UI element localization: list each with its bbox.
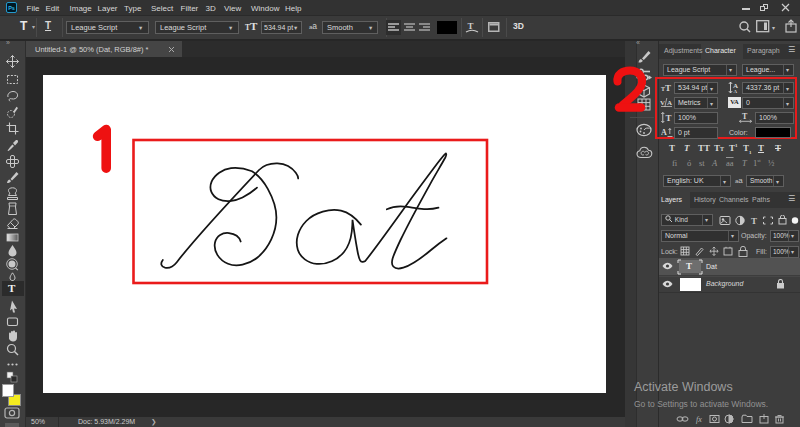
svg-text:A: A (667, 99, 672, 107)
svg-text:fx: fx (696, 415, 702, 424)
svg-text:T: T (742, 112, 748, 121)
svg-text:A: A (734, 89, 738, 93)
svg-text:T: T (468, 21, 474, 31)
svg-text:T: T (751, 216, 757, 226)
svg-text:T: T (666, 113, 672, 123)
svg-text:A: A (661, 128, 667, 137)
svg-text:V: V (660, 99, 665, 107)
